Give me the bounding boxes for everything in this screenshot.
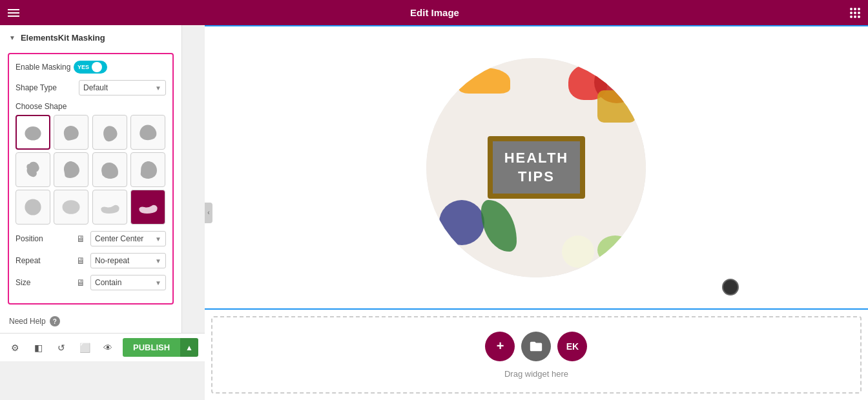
size-label: Size xyxy=(16,278,74,287)
sidebar-wrapper: ▼ ElementsKit Masking Enable Masking YES… xyxy=(0,25,205,400)
shape-cell-2[interactable] xyxy=(54,115,88,150)
section-title: ElementsKit Masking xyxy=(21,33,105,43)
shape-cell-9[interactable] xyxy=(16,190,50,225)
position-select[interactable]: Center Center ▼ xyxy=(90,231,166,246)
chalkboard-line2: TIPS xyxy=(504,168,569,186)
toggle-yes-label: YES xyxy=(78,64,89,70)
shape-type-value: Default xyxy=(83,83,108,92)
collapse-arrow: ▼ xyxy=(9,34,16,41)
publish-dropdown-button[interactable]: ▲ xyxy=(180,338,198,357)
need-help-label: Need Help xyxy=(9,317,46,326)
settings-icon[interactable]: ⚙ xyxy=(6,339,23,356)
drop-zone: + EK Drag widget here xyxy=(211,316,862,394)
shape-cell-11[interactable] xyxy=(92,190,127,225)
monitor-icon-3: 🖥 xyxy=(76,277,85,288)
enable-masking-row: Enable Masking YES xyxy=(16,61,166,74)
size-row: Size 🖥 Contain ▼ xyxy=(16,275,166,290)
size-value: Contain xyxy=(95,278,121,287)
shape-type-label: Shape Type xyxy=(16,83,74,92)
repeat-value: No-repeat xyxy=(95,256,129,265)
repeat-row: Repeat 🖥 No-repeat ▼ xyxy=(16,253,166,268)
grid-icon[interactable] xyxy=(850,8,860,18)
position-value: Center Center xyxy=(95,234,143,243)
shape-cell-10[interactable] xyxy=(54,190,88,225)
top-header: Edit Image xyxy=(0,0,868,25)
shape-type-row: Shape Type Default ▼ xyxy=(16,80,166,95)
ek-button[interactable]: EK xyxy=(557,332,587,361)
health-tips-bg: HEALTH TIPS xyxy=(426,58,646,277)
position-label: Position xyxy=(16,234,74,243)
action-buttons: + EK xyxy=(485,332,587,361)
position-row: Position 🖥 Center Center ▼ xyxy=(16,231,166,246)
monitor-icon: 🖥 xyxy=(76,234,85,244)
layers-icon[interactable]: ◧ xyxy=(30,339,46,356)
masking-panel: Enable Masking YES Shape Type Default ▼ … xyxy=(8,53,174,305)
shape-cell-4[interactable] xyxy=(130,115,165,150)
responsive-icon[interactable]: ⬜ xyxy=(76,339,93,356)
enable-masking-toggle[interactable]: YES xyxy=(74,61,107,74)
hamburger-icon[interactable] xyxy=(8,9,19,17)
image-section: HEALTH TIPS xyxy=(205,25,868,310)
svg-point-1 xyxy=(25,199,41,215)
shape-cell-7[interactable] xyxy=(92,152,127,187)
chevron-down-icon-3: ▼ xyxy=(155,257,161,265)
repeat-label: Repeat xyxy=(16,256,74,265)
publish-main-button[interactable]: PUBLISH xyxy=(123,338,180,357)
shape-cell-3[interactable] xyxy=(92,115,127,150)
svg-point-2 xyxy=(63,200,80,214)
choose-shape-label: Choose Shape xyxy=(16,102,166,111)
shape-cell-12[interactable] xyxy=(130,190,165,225)
repeat-select[interactable]: No-repeat ▼ xyxy=(90,253,166,268)
drag-widget-label: Drag widget here xyxy=(504,369,568,379)
folder-button[interactable] xyxy=(521,332,551,361)
main-layout: ▼ ElementsKit Masking Enable Masking YES… xyxy=(0,25,868,400)
svg-point-0 xyxy=(25,126,41,141)
shape-type-select[interactable]: Default ▼ xyxy=(79,80,166,95)
canvas-area: HEALTH TIPS + EK Drag widget here xyxy=(205,25,868,400)
add-widget-button[interactable]: + xyxy=(485,332,515,361)
bottom-toolbar: ⚙ ◧ ↺ ⬜ 👁 PUBLISH ▲ xyxy=(0,333,205,361)
section-header[interactable]: ▼ ElementsKit Masking xyxy=(0,25,181,48)
page-title: Edit Image xyxy=(410,7,459,18)
health-tips-image: HEALTH TIPS xyxy=(426,58,646,277)
shape-cell-6[interactable] xyxy=(54,152,88,187)
chalkboard-line1: HEALTH xyxy=(504,149,569,168)
publish-button-group: PUBLISH ▲ xyxy=(123,338,198,357)
collapse-handle[interactable]: ‹ xyxy=(205,203,212,223)
enable-masking-label: Enable Masking xyxy=(16,63,74,72)
shape-cell-1[interactable] xyxy=(16,115,50,150)
shape-grid xyxy=(16,115,166,225)
shape-cell-5[interactable] xyxy=(16,152,50,187)
monitor-icon-2: 🖥 xyxy=(76,255,85,266)
need-help: Need Help ? xyxy=(0,310,181,333)
chalkboard: HEALTH TIPS xyxy=(488,136,586,199)
undo-icon[interactable]: ↺ xyxy=(53,339,70,356)
sidebar: ▼ ElementsKit Masking Enable Masking YES… xyxy=(0,25,182,333)
preview-icon[interactable]: 👁 xyxy=(99,339,116,356)
toggle-knob xyxy=(92,62,102,72)
chevron-down-icon: ▼ xyxy=(155,85,161,92)
shape-cell-8[interactable] xyxy=(130,152,165,187)
help-icon[interactable]: ? xyxy=(50,316,60,326)
chevron-down-icon-4: ▼ xyxy=(155,279,161,286)
color-picker-circle xyxy=(722,279,739,295)
chevron-down-icon-2: ▼ xyxy=(155,235,161,243)
size-select[interactable]: Contain ▼ xyxy=(90,275,166,290)
